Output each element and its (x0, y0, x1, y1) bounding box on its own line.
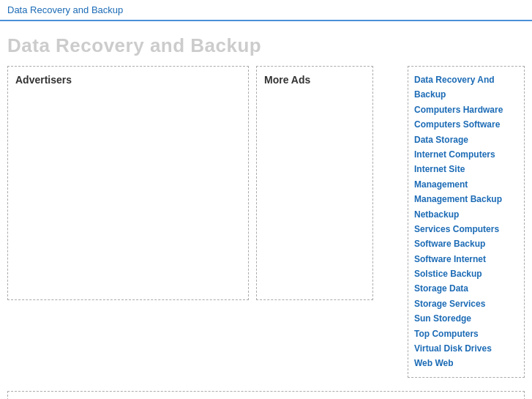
sidebar-link-9[interactable]: Software Backup (414, 236, 518, 251)
top-articles-section: Top Articles Backup systems and recovery… (7, 391, 525, 399)
advertisers-box: Advertisers (7, 66, 249, 300)
sidebar-link-4[interactable]: Internet Computers (414, 147, 518, 162)
top-nav: Data Recovery and Backup (0, 0, 532, 21)
sidebar-link-13[interactable]: Storage Services (414, 297, 518, 311)
sidebar-link-1[interactable]: Computers Hardware (414, 102, 518, 117)
sidebar-link-5[interactable]: Internet Site Management (414, 162, 518, 192)
sidebar-link-12[interactable]: Storage Data (414, 281, 518, 296)
sidebar-link-16[interactable]: Virtual Disk Drives (414, 341, 518, 356)
sidebar-link-15[interactable]: Top Computers (414, 327, 518, 341)
sidebar-link-2[interactable]: Computers Software (414, 117, 518, 132)
right-sidebar: Data Recovery And BackupComputers Hardwa… (408, 66, 525, 378)
breadcrumb-link[interactable]: Data Recovery and Backup (7, 4, 123, 15)
sidebar-link-8[interactable]: Services Computers (414, 222, 518, 236)
sidebar-link-14[interactable]: Sun Storedge (414, 311, 518, 326)
page-title: Data Recovery and Backup (0, 21, 532, 66)
left-columns: Advertisers More Ads (7, 66, 400, 300)
sidebar-link-17[interactable]: Web Web (414, 356, 518, 370)
sidebar-link-3[interactable]: Data Storage (414, 133, 518, 147)
main-content: Advertisers More Ads Data Recovery And B… (0, 66, 532, 378)
sidebar-link-7[interactable]: Netbackup (414, 207, 518, 222)
advertisers-heading: Advertisers (15, 74, 241, 86)
sidebar-link-10[interactable]: Software Internet (414, 252, 518, 266)
sidebar-link-0[interactable]: Data Recovery And Backup (414, 72, 518, 102)
more-ads-box: More Ads (256, 66, 373, 300)
more-ads-heading: More Ads (264, 74, 365, 86)
sidebar-link-11[interactable]: Solstice Backup (414, 266, 518, 281)
sidebar-link-6[interactable]: Management Backup (414, 192, 518, 206)
